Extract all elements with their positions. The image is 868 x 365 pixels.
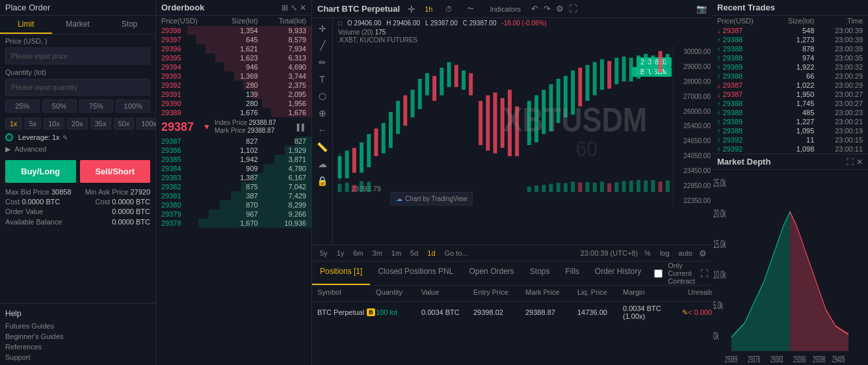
- pos-expand-icon[interactable]: ⛶: [700, 269, 709, 278]
- price-input[interactable]: Please input price: [5, 47, 150, 64]
- tab-limit[interactable]: Limit: [0, 16, 52, 34]
- lev-20x[interactable]: 20x: [67, 118, 88, 129]
- only-current-checkbox[interactable]: [654, 269, 663, 278]
- tool-crosshair[interactable]: ✛: [312, 21, 332, 36]
- lev-50x[interactable]: 50x: [114, 118, 135, 129]
- tf-1d[interactable]: 1d: [425, 248, 438, 258]
- bid-row-6[interactable]: 29381 387 7,429: [156, 191, 311, 200]
- undo-icon[interactable]: ↶: [531, 4, 538, 14]
- help-futures-guides[interactable]: Futures Guides: [5, 321, 150, 331]
- bid-row-7[interactable]: 29380 870 8,299: [156, 200, 311, 210]
- tool-line[interactable]: ╱: [312, 38, 332, 53]
- tool-cloud[interactable]: ☁: [312, 156, 332, 172]
- tab-order-history[interactable]: Order History: [587, 262, 649, 285]
- md-close-icon[interactable]: ✕: [856, 157, 863, 167]
- tab-fills[interactable]: Fills: [558, 262, 587, 285]
- bid-row-1[interactable]: 29386 1,102 1,929: [156, 146, 311, 155]
- ask-row-8[interactable]: 29390 280 1,956: [156, 99, 311, 108]
- ask-row-1[interactable]: 29397 645 8,579: [156, 35, 311, 44]
- order-btn-row: Buy/Long Sell/Short: [0, 156, 155, 187]
- ask-row-2[interactable]: 29396 1,621 7,934: [156, 44, 311, 53]
- pct-75[interactable]: 75%: [79, 100, 114, 113]
- svg-rect-38: [578, 68, 582, 107]
- tf-multi[interactable]: ⏱: [441, 4, 456, 14]
- ask-row-4[interactable]: 29394 946 4,690: [156, 62, 311, 72]
- tool-shape[interactable]: ⬡: [312, 88, 332, 104]
- ask-row-9[interactable]: 29389 1,676 1,676: [156, 108, 311, 117]
- help-references[interactable]: References: [5, 342, 150, 352]
- bid-row-9[interactable]: 29378 1,670 10,936: [156, 219, 311, 228]
- tab-closed-pnl[interactable]: Closed Positions PNL: [370, 262, 461, 285]
- ask-row-3[interactable]: 29395 1,623 6,313: [156, 53, 311, 62]
- tf-1h[interactable]: 1h: [421, 4, 436, 14]
- tool-measure[interactable]: 📏: [312, 139, 332, 155]
- bid-row-4[interactable]: 29383 1,387 6,167: [156, 173, 311, 182]
- tf-6m[interactable]: 6m: [350, 248, 365, 258]
- ob-layout-icon[interactable]: ⊞: [282, 3, 288, 12]
- bid-row-0[interactable]: 29387 827 827: [156, 137, 311, 146]
- settings-icon[interactable]: ⚙: [556, 4, 564, 14]
- bid-row-8[interactable]: 29379 967 9,266: [156, 210, 311, 219]
- tab-open-orders[interactable]: Open Orders: [461, 262, 521, 285]
- goto-btn[interactable]: Go to...: [442, 248, 471, 258]
- buy-long-button[interactable]: Buy/Long: [5, 160, 76, 183]
- tf-5y[interactable]: 5y: [317, 248, 330, 258]
- advanced-row[interactable]: ▶ Advanced: [0, 142, 155, 156]
- lev-5x[interactable]: 5x: [25, 118, 42, 129]
- tool-pencil[interactable]: ✏: [312, 55, 332, 70]
- md-expand-icon[interactable]: ⛶: [846, 157, 854, 167]
- leverage-edit-icon[interactable]: ✎: [62, 134, 68, 141]
- order-value-amount: 0.0000 BTC: [112, 208, 150, 215]
- tf-1m[interactable]: 1m: [389, 248, 404, 258]
- qty-input[interactable]: Please input quantity: [5, 79, 150, 96]
- trade-row-5: ↑ 29388 66 23:00:29: [712, 72, 868, 81]
- ask-row-6[interactable]: 29392 280 2,375: [156, 81, 311, 90]
- tf-1y[interactable]: 1y: [334, 248, 347, 258]
- help-beginners-guides[interactable]: Beginner's Guides: [5, 331, 150, 342]
- index-value: 29388.87: [249, 119, 276, 126]
- tab-stops[interactable]: Stops: [522, 262, 558, 285]
- ob-current-price-row: 29387 ▼ Index Price 29388.87 Mark Price …: [156, 117, 311, 137]
- chart-settings-icon[interactable]: ⚙: [699, 249, 707, 258]
- help-support[interactable]: Support: [5, 352, 150, 362]
- tool-magnet[interactable]: ⊕: [312, 105, 332, 121]
- tool-lock[interactable]: 🔒: [312, 173, 332, 189]
- pct-50[interactable]: 50%: [42, 100, 77, 113]
- pct-25[interactable]: 25%: [5, 100, 40, 113]
- lev-35x[interactable]: 35x: [90, 118, 111, 129]
- tab-positions[interactable]: Positions [1]: [312, 262, 370, 285]
- bid-row-2[interactable]: 29385 1,942 3,871: [156, 155, 311, 164]
- pct-100[interactable]: 100%: [116, 100, 150, 113]
- svg-rect-46: [637, 55, 640, 79]
- redo-icon[interactable]: ↷: [544, 4, 551, 14]
- margin-edit-icon[interactable]: ✎: [682, 308, 688, 317]
- pct-btn[interactable]: %: [642, 248, 653, 258]
- svg-rect-59: [586, 182, 590, 192]
- camera-icon[interactable]: 📷: [696, 4, 707, 14]
- fullscreen-icon[interactable]: ⛶: [569, 4, 577, 14]
- tab-stop[interactable]: Stop: [103, 16, 155, 34]
- ask-row-0[interactable]: 29398 1,354 9,933: [156, 26, 311, 35]
- lev-10x[interactable]: 10x: [44, 118, 64, 129]
- tool-text[interactable]: T: [312, 72, 332, 87]
- lev-1x[interactable]: 1x: [5, 118, 22, 129]
- tool-arrow[interactable]: ←: [312, 122, 332, 138]
- log-btn[interactable]: log: [657, 248, 672, 258]
- indicators-btn[interactable]: Indicators: [484, 4, 526, 14]
- ob-close-icon[interactable]: ✕: [300, 3, 306, 12]
- tab-market[interactable]: Market: [52, 16, 104, 34]
- tf-3m[interactable]: 3m: [370, 248, 385, 258]
- orderbook-title: Orderbook: [161, 3, 204, 12]
- auto-btn[interactable]: auto: [676, 248, 695, 258]
- bid-row-5[interactable]: 29382 875 7,042: [156, 182, 311, 191]
- bid-row-3[interactable]: 29384 909 4,780: [156, 164, 311, 173]
- ob-expand-icon[interactable]: ⤡: [291, 3, 297, 12]
- ask-row-5[interactable]: 29393 1,369 3,744: [156, 72, 311, 81]
- tf-5d[interactable]: 5d: [408, 248, 421, 258]
- current-price: 29387: [161, 120, 194, 134]
- sell-short-button[interactable]: Sell/Short: [80, 160, 151, 183]
- crosshair-icon[interactable]: ✛: [408, 4, 415, 14]
- price-label: Price (USD, ): [0, 34, 155, 46]
- ask-row-7[interactable]: 29391 139 2,095: [156, 90, 311, 99]
- wave-icon[interactable]: 〜: [462, 3, 479, 15]
